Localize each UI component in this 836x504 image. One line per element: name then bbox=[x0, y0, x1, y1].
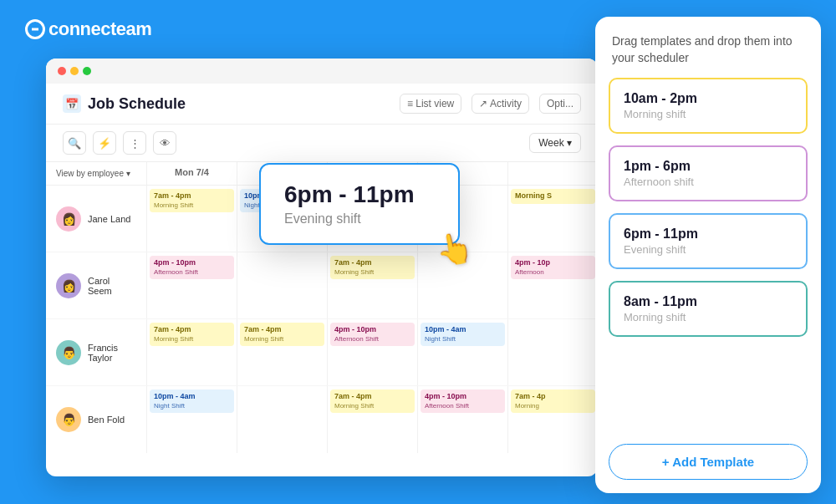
week-selector[interactable]: Week ▾ bbox=[529, 133, 581, 153]
col-header-5 bbox=[507, 162, 598, 185]
employee-info-francis: 👨 Francis Taylor bbox=[46, 319, 146, 385]
view-by-label[interactable]: View by employee ▾ bbox=[46, 162, 146, 185]
day-cell: 7am - 4pm Morning Shift bbox=[146, 319, 237, 385]
table-row: 👨 Francis Taylor 7am - 4pm Morning Shift… bbox=[46, 319, 598, 386]
floating-card-shift: Evening shift bbox=[284, 211, 435, 227]
shift-tag[interactable]: 4pm - 10pm Afternoon Shift bbox=[421, 389, 505, 413]
day-cell: 10pm - 4am Night Shift bbox=[417, 319, 507, 385]
day-cell bbox=[237, 386, 327, 453]
header-actions: ≡ List view ↗ Activity Opti... bbox=[400, 94, 581, 114]
shift-tag[interactable]: Morning S bbox=[511, 189, 595, 204]
day-cell: 4pm - 10pm Afternoon Shift bbox=[417, 386, 507, 453]
template-card-evening[interactable]: 6pm - 11pm Evening shift bbox=[609, 213, 808, 269]
col-header-mon: Mon 7/4 bbox=[146, 162, 237, 185]
scheduler-title-text: Job Schedule bbox=[88, 95, 186, 113]
window-dot-yellow bbox=[70, 67, 79, 75]
shift-tag[interactable]: 4pm - 10pm Afternoon Shift bbox=[330, 323, 415, 346]
options-button[interactable]: Opti... bbox=[539, 94, 581, 114]
day-cell bbox=[507, 319, 598, 385]
shift-tag[interactable]: 4pm - 10p Afternoon bbox=[511, 256, 595, 279]
table-row: 👨 Ben Fold 10pm - 4am Night Shift 7am - … bbox=[46, 386, 598, 453]
window-dot-green bbox=[83, 67, 91, 75]
floating-card-time: 6pm - 11pm bbox=[284, 181, 435, 208]
window-titlebar bbox=[46, 59, 598, 84]
shift-tag[interactable]: 7am - 4pm Morning Shift bbox=[150, 189, 234, 212]
shift-tag[interactable]: 4pm - 10pm Afternoon Shift bbox=[150, 256, 234, 279]
employee-info-carol: 👩 Carol Seem bbox=[46, 252, 146, 318]
shift-tag[interactable]: 7am - 4p Morning bbox=[511, 389, 595, 413]
day-cell: Morning S bbox=[507, 186, 598, 252]
template-time: 6pm - 11pm bbox=[624, 227, 793, 242]
template-shift: Evening shift bbox=[624, 243, 793, 256]
shift-tag[interactable]: 7am - 4pm Morning Shift bbox=[330, 256, 415, 279]
template-panel: Drag templates and drop them into your s… bbox=[595, 17, 821, 493]
employee-name-jane: Jane Land bbox=[88, 214, 130, 224]
activity-button[interactable]: ↗ Activity bbox=[472, 94, 529, 114]
panel-title: Drag templates and drop them into your s… bbox=[609, 33, 808, 66]
day-cell bbox=[237, 252, 327, 318]
calendar-icon: 📅 bbox=[63, 94, 81, 113]
logo: connecteam bbox=[25, 18, 151, 40]
cursor-hand-icon: 👆 bbox=[433, 228, 477, 269]
template-time: 10am - 2pm bbox=[624, 91, 793, 106]
template-shift: Morning shift bbox=[624, 311, 793, 323]
day-cell: 7am - 4pm Morning Shift bbox=[237, 319, 327, 385]
window-dot-red bbox=[58, 67, 66, 75]
shift-tag[interactable]: 10pm - 4am Night Shift bbox=[421, 323, 505, 346]
day-cell: 7am - 4pm Morning Shift bbox=[327, 386, 417, 453]
employee-info-ben: 👨 Ben Fold bbox=[46, 386, 146, 453]
template-card-afternoon[interactable]: 1pm - 6pm Afternoon shift bbox=[609, 145, 808, 201]
day-cell: 4pm - 10pm Afternoon Shift bbox=[327, 319, 417, 385]
avatar-francis: 👨 bbox=[56, 340, 81, 365]
employee-name-ben: Ben Fold bbox=[88, 415, 125, 425]
shift-tag[interactable]: 7am - 4pm Morning Shift bbox=[150, 323, 234, 346]
floating-shift-card[interactable]: 6pm - 11pm Evening shift 👆 bbox=[259, 163, 460, 245]
list-view-button[interactable]: ≡ List view bbox=[400, 94, 461, 114]
shift-tag[interactable]: 7am - 4pm Morning Shift bbox=[330, 389, 415, 413]
avatar-ben: 👨 bbox=[56, 407, 81, 432]
day-cell: 7am - 4pm Morning Shift bbox=[146, 186, 237, 252]
eye-icon[interactable]: 👁 bbox=[153, 131, 176, 155]
day-cell: 4pm - 10pm Afternoon Shift bbox=[146, 252, 237, 318]
day-cell: 10pm - 4am Night Shift bbox=[146, 386, 237, 453]
filter-icon[interactable]: ⚡ bbox=[93, 131, 116, 155]
scheduler-title: 📅 Job Schedule bbox=[63, 94, 186, 113]
template-card-morning[interactable]: 10am - 2pm Morning shift bbox=[609, 78, 808, 134]
toolbar: 🔍 ⚡ ⋮ 👁 Week ▾ bbox=[46, 125, 598, 162]
employee-name-francis: Francis Taylor bbox=[88, 343, 136, 363]
scheduler-window: 📅 Job Schedule ≡ List view ↗ Activity Op… bbox=[46, 59, 598, 476]
avatar-carol: 👩 bbox=[56, 273, 81, 298]
logo-text: connecteam bbox=[48, 18, 151, 40]
scheduler-header: 📅 Job Schedule ≡ List view ↗ Activity Op… bbox=[46, 84, 598, 125]
template-shift: Afternoon shift bbox=[624, 176, 793, 188]
table-row: 👩 Carol Seem 4pm - 10pm Afternoon Shift … bbox=[46, 252, 598, 319]
employee-name-carol: Carol Seem bbox=[88, 276, 136, 296]
template-shift: Morning shift bbox=[624, 108, 793, 120]
more-icon[interactable]: ⋮ bbox=[123, 131, 146, 155]
shift-tag[interactable]: 7am - 4pm Morning Shift bbox=[240, 323, 324, 346]
template-time: 1pm - 6pm bbox=[624, 159, 793, 174]
add-template-button[interactable]: + Add Template bbox=[609, 444, 808, 480]
day-cell: 7am - 4pm Morning Shift bbox=[327, 252, 417, 318]
shift-tag[interactable]: 10pm - 4am Night Shift bbox=[150, 389, 234, 413]
avatar-jane: 👩 bbox=[56, 206, 81, 232]
logo-icon bbox=[25, 19, 45, 39]
day-cell: 4pm - 10p Afternoon bbox=[507, 252, 598, 318]
search-icon[interactable]: 🔍 bbox=[63, 131, 86, 155]
day-cell: 7am - 4p Morning bbox=[507, 386, 598, 453]
employee-info-jane: 👩 Jane Land bbox=[46, 186, 146, 252]
template-card-long-morning[interactable]: 8am - 11pm Morning shift bbox=[609, 281, 808, 337]
template-time: 8am - 11pm bbox=[624, 294, 793, 309]
